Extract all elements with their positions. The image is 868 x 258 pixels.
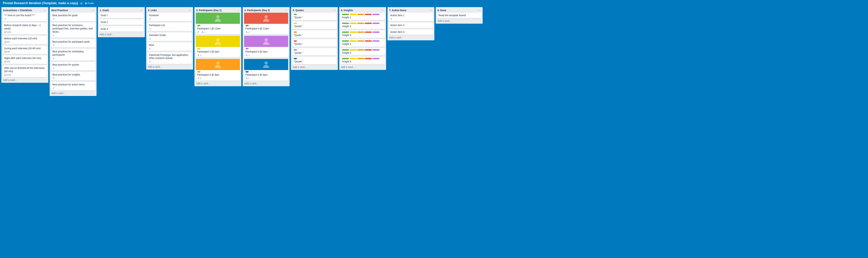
card[interactable]: Best practices for quotes	[51, 62, 95, 70]
star-icon[interactable]	[80, 2, 83, 4]
card-label[interactable]	[350, 40, 356, 42]
card-label[interactable]	[294, 40, 297, 42]
card-label[interactable]	[365, 40, 372, 42]
list-menu-icon[interactable]	[140, 8, 143, 12]
list-title[interactable]: 1. Goals	[100, 9, 109, 12]
card[interactable]: "Quote!"	[292, 57, 336, 64]
card-label[interactable]	[294, 14, 297, 15]
list-menu-icon[interactable]	[188, 8, 191, 12]
add-card-button[interactable]: Add a card...	[243, 81, 289, 86]
list-menu-icon[interactable]	[381, 8, 384, 12]
card-label[interactable]	[373, 14, 379, 15]
card[interactable]: Participant 6 @ 4pm1	[244, 59, 288, 81]
card[interactable]: Insight 2	[341, 22, 385, 29]
add-card-button[interactable]: Add a card...	[1, 77, 48, 83]
card[interactable]: Read the template board!	[437, 13, 481, 18]
card-label[interactable]	[373, 58, 379, 59]
card-label[interactable]	[373, 49, 379, 51]
card[interactable]: Participant 5 @ 2pm1	[244, 36, 288, 58]
card-label[interactable]	[350, 58, 356, 59]
card-label[interactable]	[197, 71, 200, 73]
card[interactable]: Insight 5	[341, 48, 385, 56]
list-title[interactable]: 5. Quotes	[293, 9, 304, 12]
card-label[interactable]	[365, 49, 372, 51]
card-label[interactable]	[342, 23, 349, 24]
card-label[interactable]	[245, 48, 249, 49]
card-label[interactable]	[350, 14, 356, 15]
list-menu-icon[interactable]	[236, 8, 240, 12]
list-menu-icon[interactable]	[477, 8, 481, 12]
card-label[interactable]	[350, 49, 356, 51]
card-label[interactable]	[342, 58, 349, 59]
card[interactable]: Best practices for scheduling participan…	[51, 49, 95, 61]
add-card-button[interactable]: Add a card...	[339, 64, 386, 70]
card[interactable]: Action Item 2	[389, 23, 433, 28]
card[interactable]: Best practices for screeners, participan…	[51, 23, 95, 38]
card-label[interactable]	[357, 49, 364, 51]
card-label[interactable]	[373, 23, 379, 24]
card[interactable]: Goal 2	[99, 20, 144, 25]
card-label[interactable]	[197, 48, 200, 49]
add-card-button[interactable]: Add a card...	[146, 64, 193, 69]
card-label[interactable]	[357, 31, 364, 33]
card-label[interactable]	[350, 23, 356, 24]
card[interactable]: Before each interview (20 min)0/7	[3, 36, 47, 44]
card-label[interactable]	[342, 40, 349, 42]
card-label[interactable]	[342, 14, 349, 15]
add-card-button[interactable]: Add a card...	[436, 18, 483, 24]
board-title[interactable]: Pivotal Research Iteration (Template, ma…	[3, 1, 78, 5]
card[interactable]: (Optional) Prototype, live application, …	[148, 52, 192, 64]
card[interactable]: Insight 4	[341, 39, 385, 47]
card-label[interactable]	[294, 49, 297, 51]
card[interactable]: "Quote."	[292, 39, 336, 47]
card-label[interactable]	[294, 58, 297, 59]
card[interactable]: Best practices for goals	[51, 13, 95, 21]
card-label[interactable]	[350, 31, 356, 33]
card[interactable]: "Quote."	[292, 30, 336, 38]
card[interactable]: Participant 3 @ 4pm1	[196, 59, 240, 81]
card-label[interactable]	[357, 58, 364, 59]
card[interactable]: Insight 3	[341, 30, 385, 38]
list-title[interactable]: 2. Links	[148, 9, 157, 12]
card[interactable]: Best practices for action items	[51, 82, 95, 90]
list-title[interactable]: 8. Done	[437, 9, 446, 12]
card[interactable]: Goal 1	[99, 13, 144, 18]
card-label[interactable]	[373, 31, 379, 33]
card[interactable]: Action Item 1	[389, 13, 433, 21]
card-label[interactable]	[357, 40, 364, 42]
card[interactable]: Goal 3	[99, 26, 144, 32]
list-menu-icon[interactable]	[284, 8, 288, 12]
list-menu-icon[interactable]	[43, 8, 46, 12]
list-title[interactable]: 4. Participants (Day 2)	[244, 9, 270, 12]
card[interactable]: NDA	[148, 42, 192, 51]
card[interactable]: *** How to use this board ***	[3, 13, 47, 21]
card-label[interactable]	[357, 23, 364, 24]
card[interactable]: Insight 1	[341, 13, 385, 20]
card-label[interactable]	[245, 71, 249, 73]
list-menu-icon[interactable]	[333, 8, 336, 12]
card[interactable]: Best practices for insights	[51, 72, 95, 81]
visibility-badge[interactable]: Public	[85, 2, 94, 4]
card-label[interactable]	[294, 23, 297, 24]
add-card-button[interactable]: Add a card...	[388, 35, 434, 40]
card-label[interactable]	[365, 23, 372, 24]
card[interactable]: Best practices for participant cards	[51, 39, 95, 48]
card[interactable]: "Quote."	[292, 22, 336, 29]
card[interactable]: "Quote."	[292, 13, 336, 20]
card-label[interactable]	[342, 49, 349, 51]
list-title[interactable]: 7. Action Items	[389, 9, 406, 12]
card-label[interactable]	[365, 58, 372, 59]
card[interactable]: Insight 6	[341, 57, 385, 64]
card-label[interactable]	[373, 40, 379, 42]
add-card-button[interactable]: Add a card...	[194, 81, 241, 86]
card-label[interactable]	[294, 31, 297, 33]
card[interactable]: After you've finished all the interviews…	[3, 65, 47, 77]
list-title[interactable]: Instructions + Checklists	[3, 9, 32, 12]
card-label[interactable]	[197, 25, 200, 26]
card[interactable]: Participant 4 @ 11am1	[244, 13, 288, 34]
card[interactable]: Action Item 3	[389, 29, 433, 35]
list-title[interactable]: Best Practices	[51, 9, 68, 12]
card-label[interactable]	[365, 31, 372, 33]
card-label[interactable]	[342, 31, 349, 33]
card-label[interactable]	[357, 14, 364, 15]
